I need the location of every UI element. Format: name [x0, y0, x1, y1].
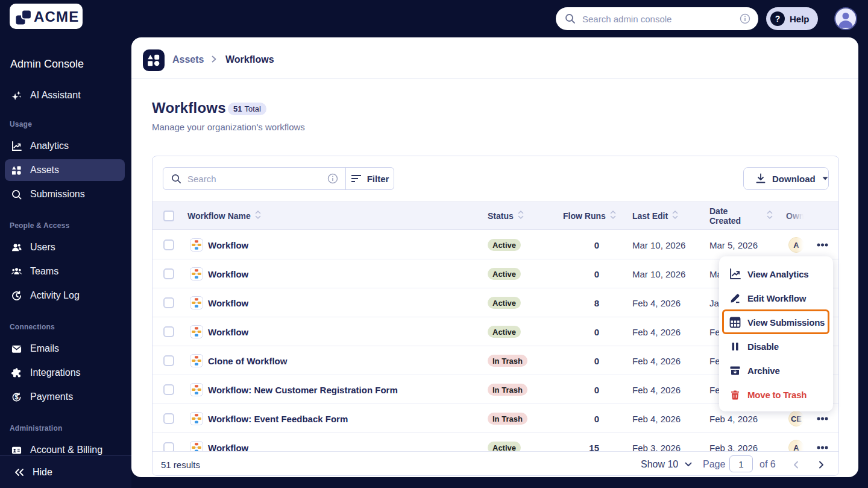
svg-text:$: $	[14, 393, 18, 401]
